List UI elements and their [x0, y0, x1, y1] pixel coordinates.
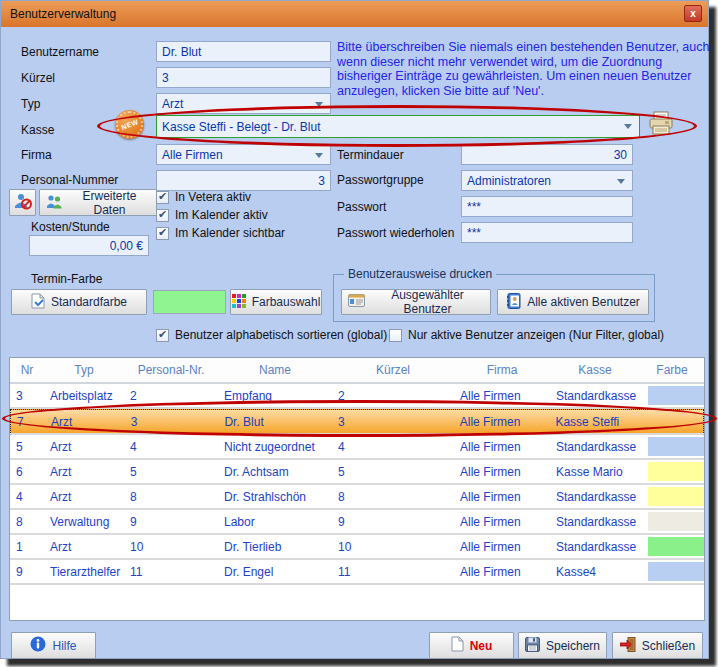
ausgewaehlter-benutzer-button[interactable]: Ausgewählter Benutzer: [341, 289, 491, 315]
passwortgruppe-dropdown[interactable]: Administratoren: [461, 170, 633, 191]
hilfe-button[interactable]: Hilfe: [11, 632, 96, 659]
table-row[interactable]: 9Tierarzthelfer11Dr. Engel11Alle FirmenK…: [10, 560, 704, 585]
benutzername-label: Benutzername: [21, 45, 99, 59]
column-header-3[interactable]: Name: [218, 363, 332, 377]
typ-dropdown[interactable]: Arzt: [156, 93, 331, 114]
cell-name: Dr. Blut: [218, 415, 332, 429]
checkbox-label: In Vetera aktiv: [175, 190, 251, 204]
checkbox-im-kalender-aktiv[interactable]: Im Kalender aktiv: [156, 208, 268, 222]
checkbox-im-kalender-sichtbar[interactable]: Im Kalender sichtbar: [156, 226, 285, 240]
column-header-7[interactable]: Farbe: [640, 363, 704, 377]
firma-dropdown[interactable]: Alle Firmen: [156, 144, 331, 165]
titlebar[interactable]: Benutzerverwaltung x: [1, 1, 708, 27]
hint-text: Bitte überschreiben Sie niemals einen be…: [337, 40, 711, 98]
cell-kasse: Kasse4: [550, 565, 640, 579]
table-row[interactable]: 8Verwaltung9Labor9Alle FirmenStandardkas…: [10, 510, 704, 535]
checkbox-box[interactable]: [156, 227, 169, 240]
termin-farbe-swatch: [153, 290, 226, 314]
checkbox-box[interactable]: [156, 191, 169, 204]
passwort-field[interactable]: ***: [461, 196, 633, 217]
kosten-stunde-label: Kosten/Stunde: [31, 220, 110, 234]
cell-kuerzel: 11: [332, 565, 454, 579]
personal-nummer-label: Personal-Nummer: [21, 173, 118, 187]
column-header-2[interactable]: Personal-Nr.: [124, 363, 218, 377]
info-icon: [30, 636, 46, 655]
cell-pnr: 10: [124, 540, 218, 554]
benutzername-field[interactable]: Dr. Blut: [156, 41, 331, 62]
document-default-icon: [31, 293, 45, 312]
close-button[interactable]: x: [684, 5, 702, 22]
speichern-label: Speichern: [546, 639, 600, 653]
cell-kasse: Standardkasse: [550, 515, 640, 529]
ausgewaehlter-benutzer-label: Ausgewählter Benutzer: [371, 288, 484, 316]
cash-register-print-icon[interactable]: [648, 111, 674, 140]
close-icon: x: [690, 8, 696, 19]
cell-nr: 8: [10, 515, 44, 529]
table-row[interactable]: 1Arzt10Dr. Tierlieb10Alle FirmenStandard…: [10, 535, 704, 560]
checkbox-label: Im Kalender aktiv: [175, 208, 268, 222]
deactivate-user-button[interactable]: [9, 189, 36, 216]
checkbox-box[interactable]: [156, 329, 169, 342]
cell-firma: Alle Firmen: [454, 565, 550, 579]
cell-kuerzel: 8: [332, 490, 454, 504]
speichern-button[interactable]: Speichern: [518, 632, 607, 659]
column-header-0[interactable]: Nr: [10, 363, 44, 377]
checkbox-nur-aktive[interactable]: Nur aktive Benutzer anzeigen (Nur Filter…: [389, 328, 664, 342]
kosten-stunde-field[interactable]: 0,00 €: [29, 235, 149, 256]
standardfarbe-label: Standardfarbe: [51, 295, 127, 309]
window-title: Benutzerverwaltung: [1, 7, 116, 21]
cell-pnr: 11: [124, 565, 218, 579]
column-header-4[interactable]: Kürzel: [332, 363, 454, 377]
checkbox-box[interactable]: [389, 329, 402, 342]
farbe-swatch: [648, 462, 704, 481]
farbauswahl-button[interactable]: Farbauswahl: [230, 289, 322, 315]
cell-typ: Arbeitsplatz: [44, 389, 124, 403]
cell-kuerzel: 5: [332, 465, 454, 479]
table-row[interactable]: 3Arbeitsplatz2Empfang2Alle FirmenStandar…: [10, 384, 704, 409]
cell-firma: Alle Firmen: [454, 389, 550, 403]
column-header-5[interactable]: Firma: [454, 363, 550, 377]
schliessen-label: Schließen: [642, 639, 695, 653]
table-row-selected[interactable]: 7Arzt3Dr. Blut3Alle FirmenKasse Steffi: [10, 409, 704, 435]
erweiterte-daten-button[interactable]: Erweiterte Daten: [39, 189, 157, 216]
dialog-benutzerverwaltung: Benutzerverwaltung x Benutzername Dr. Bl…: [0, 0, 709, 659]
cell-kasse: Kasse Mario: [550, 465, 640, 479]
user-table: NrTypPersonal-Nr.NameKürzelFirmaKasseFar…: [9, 357, 705, 621]
cell-typ: Arzt: [44, 440, 124, 454]
column-header-6[interactable]: Kasse: [550, 363, 640, 377]
termin-farbe-label: Termin-Farbe: [31, 272, 102, 286]
exit-door-icon: [620, 637, 636, 655]
cell-kuerzel: 3: [332, 415, 454, 429]
cell-firma: Alle Firmen: [454, 540, 550, 554]
cell-farbe: [640, 462, 704, 481]
cell-name: Labor: [218, 515, 332, 529]
erweiterte-daten-label: Erweiterte Daten: [69, 189, 150, 217]
cell-nr: 7: [11, 415, 45, 429]
cell-kasse: Standardkasse: [550, 490, 640, 504]
checkbox-box[interactable]: [156, 209, 169, 222]
schliessen-button[interactable]: Schließen: [612, 632, 703, 659]
table-row[interactable]: 5Arzt4Nicht zugeordnet4Alle FirmenStanda…: [10, 435, 704, 460]
checkbox-label: Nur aktive Benutzer anzeigen (Nur Filter…: [408, 328, 664, 342]
cell-kuerzel: 9: [332, 515, 454, 529]
personal-nummer-field[interactable]: 3: [156, 170, 331, 191]
passwort-wiederholen-field[interactable]: ***: [461, 222, 633, 243]
kuerzel-field[interactable]: 3: [156, 67, 331, 88]
table-row[interactable]: 4Arzt8Dr. Strahlschön8Alle FirmenStandar…: [10, 485, 704, 510]
table-row[interactable]: 6Arzt5Dr. Achtsam5Alle FirmenKasse Mario: [10, 460, 704, 485]
alle-aktiven-benutzer-button[interactable]: Alle aktiven Benutzer: [497, 289, 649, 315]
kasse-dropdown[interactable]: Kasse Steffi - Belegt - Dr. Blut: [156, 115, 640, 138]
cell-firma: Alle Firmen: [454, 490, 550, 504]
passwortgruppe-label: Passwortgruppe: [337, 173, 424, 187]
column-header-1[interactable]: Typ: [44, 363, 124, 377]
cell-farbe: [640, 562, 704, 581]
neu-button[interactable]: Neu: [429, 632, 514, 659]
cell-kuerzel: 10: [332, 540, 454, 554]
checkbox-in-vetera-aktiv[interactable]: In Vetera aktiv: [156, 190, 251, 204]
cell-typ: Arzt: [44, 540, 124, 554]
cell-kasse: Standardkasse: [550, 440, 640, 454]
address-book-icon: [506, 293, 521, 312]
checkbox-sortieren-global[interactable]: Benutzer alphabetisch sortieren (global): [156, 328, 387, 342]
standardfarbe-button[interactable]: Standardfarbe: [11, 289, 147, 315]
termindauer-field[interactable]: 30: [461, 144, 633, 165]
